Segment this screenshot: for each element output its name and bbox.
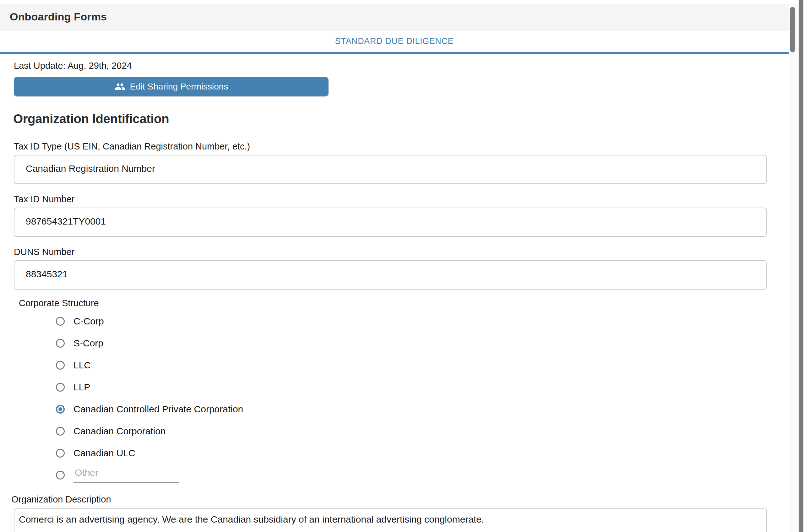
- radio-option-label: Canadian Corporation: [74, 426, 166, 437]
- radio-option-llc[interactable]: LLC: [14, 354, 767, 376]
- radio-option-canadian-ulc[interactable]: Canadian ULC: [14, 442, 767, 464]
- radio-button-icon-selected[interactable]: [56, 405, 65, 414]
- radio-option-c-corp[interactable]: C-Corp: [14, 310, 767, 332]
- radio-option-llp[interactable]: LLP: [14, 376, 767, 398]
- group-icon: [114, 81, 126, 92]
- window-scrollbar-thumb[interactable]: [799, 0, 803, 532]
- last-update-text: Last Update: Aug. 29th, 2024: [14, 60, 767, 71]
- edit-sharing-permissions-label: Edit Sharing Permissions: [130, 82, 228, 92]
- radio-option-other[interactable]: [14, 464, 767, 486]
- edit-sharing-permissions-button[interactable]: Edit Sharing Permissions: [14, 77, 328, 96]
- corporate-structure-label: Corporate Structure: [19, 298, 767, 309]
- form-scrollbar-track[interactable]: [789, 4, 798, 532]
- app-header: Onboarding Forms: [0, 4, 789, 31]
- radio-option-label: S-Corp: [74, 338, 103, 348]
- top-strip: [0, 0, 789, 4]
- tab-bar: STANDARD DUE DILIGENCE: [0, 31, 789, 54]
- section-title: Organization Identification: [13, 112, 767, 126]
- radio-option-canadian-corporation[interactable]: Canadian Corporation: [14, 420, 767, 442]
- corporate-structure-radio-group: C-Corp S-Corp LLC LLP Canadian Controlle…: [14, 310, 767, 486]
- organization-description-textarea[interactable]: [14, 509, 767, 532]
- tax-id-type-label: Tax ID Type (US EIN, Canadian Registrati…: [14, 141, 767, 152]
- radio-button-icon[interactable]: [56, 427, 65, 436]
- duns-number-label: DUNS Number: [14, 246, 767, 258]
- radio-option-s-corp[interactable]: S-Corp: [14, 332, 767, 354]
- radio-option-label: Canadian Controlled Private Corporation: [74, 404, 243, 415]
- form-scrollbar-thumb[interactable]: [790, 7, 795, 53]
- radio-button-icon[interactable]: [56, 339, 65, 348]
- page-title: Onboarding Forms: [10, 11, 107, 23]
- tax-id-number-label: Tax ID Number: [14, 193, 767, 205]
- duns-number-input[interactable]: [14, 260, 767, 289]
- form-content: Last Update: Aug. 29th, 2024 Edit Sharin…: [0, 60, 789, 532]
- page: Onboarding Forms STANDARD DUE DILIGENCE …: [0, 0, 804, 532]
- radio-option-label: LLC: [74, 360, 91, 370]
- radio-option-label: LLP: [74, 382, 90, 393]
- radio-button-icon[interactable]: [56, 471, 65, 479]
- tax-id-type-input[interactable]: [14, 155, 767, 184]
- window-scrollbar-track[interactable]: [798, 0, 804, 532]
- radio-option-label: Canadian ULC: [74, 448, 135, 458]
- tax-id-number-input[interactable]: [14, 208, 767, 237]
- other-option-input[interactable]: [74, 467, 179, 483]
- radio-button-icon[interactable]: [56, 361, 65, 369]
- app-window: Onboarding Forms STANDARD DUE DILIGENCE …: [0, 0, 789, 532]
- radio-option-label: C-Corp: [74, 316, 104, 327]
- organization-description-label: Organization Description: [11, 494, 767, 505]
- radio-button-icon[interactable]: [56, 383, 65, 392]
- radio-button-icon[interactable]: [56, 317, 65, 326]
- radio-option-canadian-controlled-private-corporation[interactable]: Canadian Controlled Private Corporation: [14, 398, 767, 420]
- tab-standard-due-diligence[interactable]: STANDARD DUE DILIGENCE: [335, 36, 454, 46]
- radio-button-icon[interactable]: [56, 449, 65, 458]
